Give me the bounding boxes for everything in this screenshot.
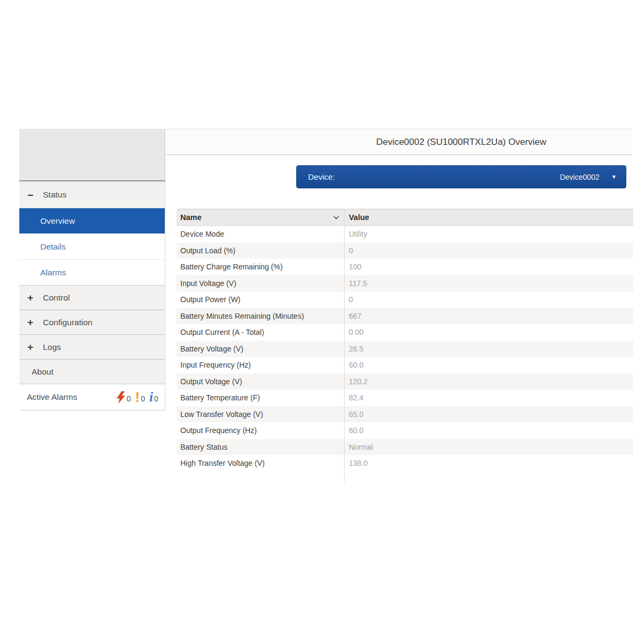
sidebar-item-status[interactable]: − Status <box>19 181 165 208</box>
table-row[interactable]: High Transfer Voltage (V) 138.0 <box>177 455 633 472</box>
info-alarm-counter: i 0 <box>149 391 158 403</box>
row-name: Output Load (%) <box>177 246 344 255</box>
minus-icon: − <box>27 190 38 200</box>
table-row[interactable]: Output Voltage (V) 120.2 <box>177 374 633 390</box>
row-value: Utility <box>344 230 633 238</box>
table-header: Name Value <box>177 209 633 226</box>
column-header-label: Value <box>349 213 369 222</box>
status-table: Name Value Device Mode Utility Output Lo… <box>177 209 633 472</box>
table-row[interactable]: Battery Status Normal <box>177 439 633 456</box>
sidebar-logo-area <box>19 129 165 181</box>
row-value: 65.0 <box>344 410 633 419</box>
column-header-label: Name <box>180 213 202 222</box>
column-header-value[interactable]: Value <box>344 213 633 222</box>
sidebar-subitem-label: Alarms <box>40 268 66 277</box>
row-name: Battery Status <box>177 443 344 451</box>
row-name: Device Mode <box>177 230 344 238</box>
critical-alarm-count: 0 <box>127 395 131 403</box>
sidebar-item-logs[interactable]: + Logs <box>19 334 165 359</box>
plus-icon: + <box>27 317 38 327</box>
lightning-bolt-icon <box>116 391 126 403</box>
active-alarms-label: Active Alarms <box>27 392 77 402</box>
row-value: 82.4 <box>344 393 633 402</box>
table-row[interactable]: Output Current (A - Total) 0.00 <box>177 324 633 341</box>
row-name: Battery Temperature (F) <box>177 393 344 402</box>
sidebar-item-overview[interactable]: Overview <box>19 208 165 233</box>
table-row[interactable]: Battery Minutes Remaining (Minutes) 667 <box>177 308 633 325</box>
sidebar-item-control[interactable]: + Control <box>19 285 165 310</box>
table-row[interactable]: Battery Charge Remaining (%) 100 <box>177 259 633 275</box>
device-selector[interactable]: Device: Device0002 ▼ <box>296 165 626 188</box>
row-value: 26.5 <box>344 345 633 353</box>
sidebar-item-label: About <box>32 367 54 377</box>
plus-icon: + <box>27 292 38 303</box>
row-name: Output Frequency (Hz) <box>177 426 344 435</box>
sidebar-item-label: Logs <box>43 342 61 352</box>
info-alarm-count: 0 <box>154 395 158 403</box>
exclamation-icon: ! <box>135 391 140 403</box>
device-selector-value-group: Device0002 ▼ <box>560 173 617 181</box>
dropdown-arrow-icon[interactable]: ▼ <box>611 174 617 180</box>
table-body: Device Mode Utility Output Load (%) 0 Ba… <box>177 226 633 472</box>
active-alarm-counters: 0 ! 0 i 0 <box>112 391 158 404</box>
plus-icon: + <box>27 342 38 352</box>
row-value: 60.0 <box>344 426 633 435</box>
row-value: 120.2 <box>344 377 633 386</box>
table-row[interactable]: Low Transfer Voltage (V) 65.0 <box>177 406 633 423</box>
row-value: 60.0 <box>344 361 633 369</box>
row-name: Battery Charge Remaining (%) <box>177 262 344 271</box>
row-value: 138.0 <box>344 459 633 467</box>
sidebar-subitem-label: Details <box>40 242 65 252</box>
sidebar-item-label: Control <box>43 293 70 303</box>
app-window: − Status Overview Details Alarms + Contr… <box>0 0 644 644</box>
warning-alarm-counter: ! 0 <box>135 391 145 403</box>
table-row[interactable]: Output Load (%) 0 <box>177 243 633 259</box>
row-value: 117.5 <box>344 279 633 288</box>
sidebar: − Status Overview Details Alarms + Contr… <box>19 129 165 411</box>
row-name: Input Frequency (Hz) <box>177 361 344 369</box>
row-name: Output Current (A - Total) <box>177 328 344 336</box>
page-title: Device0002 (SU1000RTXL2Ua) Overview <box>296 129 626 155</box>
device-selector-value: Device0002 <box>560 173 599 181</box>
table-row[interactable]: Output Power (W) 0 <box>177 291 633 308</box>
row-value: 0 <box>344 246 633 255</box>
row-name: Output Voltage (V) <box>177 377 344 386</box>
table-row[interactable]: Battery Voltage (V) 26.5 <box>177 341 633 357</box>
sidebar-item-about[interactable]: About <box>19 359 165 384</box>
row-name: High Transfer Voltage (V) <box>177 459 344 467</box>
table-row[interactable]: Device Mode Utility <box>177 226 633 243</box>
row-name: Input Voltage (V) <box>177 279 344 288</box>
info-icon: i <box>149 391 153 403</box>
sidebar-item-configuration[interactable]: + Configuration <box>19 310 165 334</box>
row-value: 667 <box>344 312 633 320</box>
row-name: Battery Voltage (V) <box>177 345 344 353</box>
sort-chevron-icon[interactable] <box>333 216 339 219</box>
table-row[interactable]: Input Voltage (V) 117.5 <box>177 275 633 292</box>
sidebar-item-details[interactable]: Details <box>19 233 165 259</box>
row-value: 0.00 <box>344 328 633 336</box>
table-row[interactable]: Output Frequency (Hz) 60.0 <box>177 422 633 439</box>
active-alarms-summary: Active Alarms 0 ! 0 i 0 <box>19 384 165 411</box>
sidebar-item-label: Status <box>43 190 67 200</box>
warning-alarm-count: 0 <box>141 395 145 403</box>
critical-alarm-counter: 0 <box>116 391 131 404</box>
table-row[interactable]: Battery Temperature (F) 82.4 <box>177 390 633 406</box>
table-row[interactable]: Input Frequency (Hz) 60.0 <box>177 357 633 374</box>
row-value: 0 <box>344 295 633 304</box>
row-name: Battery Minutes Remaining (Minutes) <box>177 312 344 320</box>
sidebar-item-alarms[interactable]: Alarms <box>19 259 165 285</box>
sidebar-nav: − Status Overview Details Alarms + Contr… <box>19 181 165 411</box>
row-name: Output Power (W) <box>177 295 344 304</box>
row-value: 100 <box>344 262 633 271</box>
sidebar-item-label: Configuration <box>43 318 92 327</box>
device-selector-label: Device: <box>308 172 335 181</box>
row-value: Normal <box>344 443 633 451</box>
row-name: Low Transfer Voltage (V) <box>177 410 344 419</box>
sidebar-subitem-label: Overview <box>40 216 75 226</box>
column-divider <box>344 209 345 482</box>
page-header: Device0002 (SU1000RTXL2Ua) Overview <box>166 129 632 155</box>
column-header-name[interactable]: Name <box>177 213 344 222</box>
